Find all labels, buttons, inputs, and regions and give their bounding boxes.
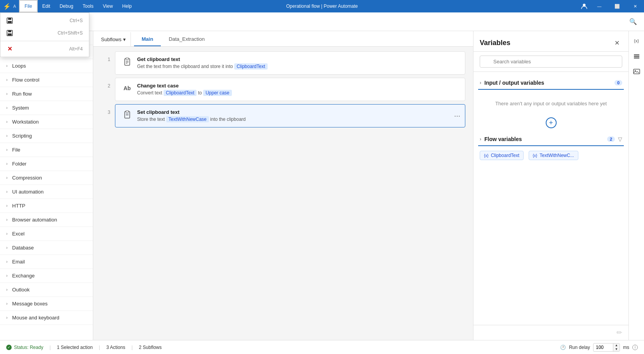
- step-variable: ClipboardText: [234, 63, 267, 70]
- sidebar-item-flow-control[interactable]: › Flow control: [0, 73, 93, 87]
- flow-variables-section-header[interactable]: › Flow variables 2 ▽: [478, 133, 624, 146]
- menu-edit[interactable]: Edit: [38, 0, 55, 12]
- chevron-icon: ›: [6, 106, 7, 110]
- section-chevron-icon: ›: [480, 80, 481, 85]
- sidebar-item-email[interactable]: › Email: [0, 255, 93, 269]
- menu-tools[interactable]: Tools: [78, 0, 98, 12]
- file-menu-save[interactable]: Save Ctrl+S: [0, 14, 89, 27]
- step-title: Change text case: [137, 83, 459, 89]
- variables-search-input[interactable]: [480, 56, 622, 68]
- save-icon: [7, 17, 13, 24]
- status-indicator: Status: Ready: [6, 345, 43, 350]
- selected-actions-count: 1 Selected action: [57, 345, 93, 350]
- sidebar-item-system[interactable]: › System: [0, 101, 93, 115]
- chevron-icon: ›: [6, 302, 7, 306]
- maximize-button[interactable]: ⬜: [608, 0, 626, 12]
- input-output-section-header[interactable]: › Input / output variables 0: [478, 77, 624, 90]
- chevron-icon: ›: [6, 190, 7, 194]
- svg-rect-8: [126, 58, 129, 59]
- flow-area: Subflows ▾ Main Data_Extraction 1: [93, 31, 473, 340]
- chevron-icon: ›: [6, 162, 7, 166]
- sidebar-item-outlook[interactable]: › Outlook: [0, 283, 93, 297]
- menu-debug[interactable]: Debug: [55, 0, 78, 12]
- app-user-icon[interactable]: [578, 0, 590, 12]
- section-title: Flow variables: [484, 136, 604, 142]
- search-button[interactable]: 🔍: [627, 16, 639, 28]
- flow-variable-chip-clipboard[interactable]: {x} ClipboardText: [480, 151, 524, 160]
- menu-help[interactable]: Help: [118, 0, 137, 12]
- tab-main[interactable]: Main: [134, 32, 161, 46]
- layers-icon[interactable]: [630, 50, 643, 62]
- input-output-variables-section: › Input / output variables 0 There aren'…: [478, 77, 624, 128]
- app-icon-area: ⚡ A: [0, 3, 19, 10]
- clock-icon: 🕐: [560, 345, 566, 350]
- step-card-change-case[interactable]: Ab Change text case Convert text Clipboa…: [115, 78, 465, 101]
- window-controls: — ⬜ ✕: [578, 0, 644, 12]
- pencil-icon: ✏: [616, 328, 622, 337]
- subflows-button[interactable]: Subflows ▾: [96, 32, 131, 46]
- variables-panel-close[interactable]: ✕: [611, 37, 622, 48]
- sidebar-item-message-boxes[interactable]: › Message boxes: [0, 297, 93, 311]
- svg-text:Ab: Ab: [124, 85, 131, 91]
- sidebar-item-excel[interactable]: › Excel: [0, 227, 93, 241]
- flow-variable-chip-textnewcase[interactable]: {x} TextWithNewC...: [529, 151, 578, 160]
- svg-rect-18: [634, 54, 639, 56]
- save-as-icon: [7, 30, 13, 36]
- step-icon-clipboard: [122, 56, 132, 67]
- status-dot-icon: [6, 345, 12, 350]
- sidebar-item-ui-automation[interactable]: › UI automation: [0, 185, 93, 199]
- step-number: 2: [101, 78, 110, 89]
- variables-panel: Variables ✕ 🔍 › Input / output variables…: [473, 31, 628, 340]
- tab-data-extraction[interactable]: Data_Extraction: [161, 32, 212, 46]
- step-title: Set clipboard text: [137, 109, 459, 115]
- sidebar-item-database[interactable]: › Database: [0, 241, 93, 255]
- sidebar-item-compression[interactable]: › Compression: [0, 171, 93, 185]
- variable-name: TextWithNewC...: [540, 153, 574, 158]
- section-chevron-icon: ›: [480, 136, 481, 142]
- step-more-button[interactable]: ⋯: [454, 112, 460, 120]
- step-card-get-clipboard[interactable]: Get clipboard text Get the text from the…: [115, 51, 465, 75]
- step-icon-text-case: Ab: [122, 83, 132, 94]
- sidebar-item-browser-automation[interactable]: › Browser automation: [0, 213, 93, 227]
- file-menu-exit[interactable]: ✕ Exit Alt+F4: [0, 43, 89, 55]
- sidebar-item-folder[interactable]: › Folder: [0, 157, 93, 171]
- sidebar-item-file[interactable]: › File: [0, 143, 93, 157]
- image-icon[interactable]: [630, 65, 643, 78]
- sidebar-item-loops[interactable]: › Loops: [0, 59, 93, 73]
- toolbar: A ⬜ ▶| 🔍: [0, 12, 644, 31]
- svg-rect-19: [634, 56, 639, 57]
- chevron-icon: ›: [6, 316, 7, 320]
- close-button[interactable]: ✕: [626, 0, 644, 12]
- run-delay-area: 🕐 Run delay ▲ ▼ ms i: [560, 343, 638, 352]
- minimize-button[interactable]: —: [590, 0, 608, 12]
- section-count-badge: 2: [607, 136, 615, 142]
- menu-file[interactable]: File: [19, 0, 37, 12]
- sidebar-item-workstation[interactable]: › Workstation: [0, 115, 93, 129]
- sidebar-item-mouse-keyboard[interactable]: › Mouse and keyboard: [0, 311, 93, 325]
- run-delay-decrement[interactable]: ▼: [613, 347, 620, 351]
- file-menu-save-as[interactable]: Save as ... Ctrl+Shift+S: [0, 27, 89, 39]
- right-icon-bar: {x}: [628, 31, 644, 340]
- sidebar-item-run-flow[interactable]: › Run flow: [0, 87, 93, 101]
- step-row: 3 Set clipboard text Store the te: [101, 104, 465, 127]
- svg-rect-20: [634, 58, 639, 59]
- sidebar: › Variables › Conditionals › Loops › Flo…: [0, 31, 93, 340]
- filter-icon[interactable]: ▽: [618, 136, 622, 142]
- add-variable-button[interactable]: +: [546, 117, 557, 128]
- run-delay-input[interactable]: [594, 344, 613, 351]
- section-count-badge: 0: [614, 80, 622, 85]
- sidebar-item-http[interactable]: › HTTP: [0, 199, 93, 213]
- sidebar-item-exchange[interactable]: › Exchange: [0, 269, 93, 283]
- step-number: 1: [101, 51, 110, 62]
- menu-view[interactable]: View: [98, 0, 118, 12]
- variables-icon[interactable]: {x}: [630, 34, 643, 47]
- step-variable-1: ClipboardText: [164, 90, 197, 96]
- chevron-icon: ›: [6, 64, 7, 68]
- step-description: Convert text ClipboardText to Upper case: [137, 90, 459, 96]
- sidebar-item-scripting[interactable]: › Scripting: [0, 129, 93, 143]
- info-icon: i: [632, 345, 638, 350]
- run-delay-increment[interactable]: ▲: [613, 344, 620, 347]
- chevron-icon: ›: [6, 134, 7, 138]
- step-card-set-clipboard[interactable]: Set clipboard text Store the text TextWi…: [115, 104, 465, 127]
- tabs-bar: Subflows ▾ Main Data_Extraction: [93, 31, 473, 47]
